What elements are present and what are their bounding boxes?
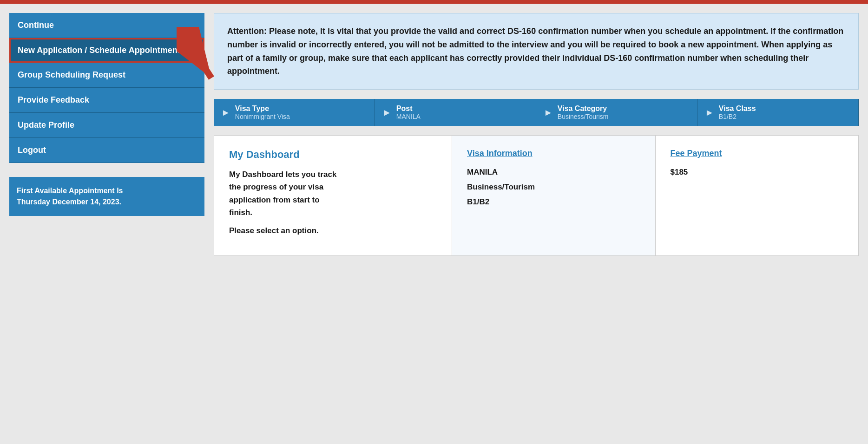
- post-label: Post: [396, 104, 421, 113]
- top-bar: [0, 0, 868, 4]
- step-arrow-icon: ►: [221, 107, 230, 118]
- visa-step-class: ► Visa Class B1/B2: [697, 99, 859, 126]
- main-layout: Continue New Application / Schedule Appo…: [0, 4, 868, 444]
- step-arrow-icon-4: ►: [705, 107, 714, 118]
- visa-category-label: Visa Category: [558, 104, 609, 113]
- dashboard-title: My Dashboard: [229, 149, 437, 161]
- sidebar-item-continue[interactable]: Continue: [9, 13, 204, 38]
- visa-step-type: ► Visa Type Nonimmigrant Visa: [214, 99, 375, 126]
- visa-type-label: Visa Type: [235, 104, 290, 113]
- dashboard-middle: Visa Information MANILA Business/Tourism…: [452, 136, 656, 255]
- sidebar-appointment-info: First Available Appointment Is Thursday …: [9, 177, 204, 216]
- attention-text: Attention: Please note, it is vital that…: [227, 26, 843, 76]
- visa-step-category: ► Visa Category Business/Tourism: [536, 99, 697, 126]
- visa-class-label: Visa Class: [719, 104, 756, 113]
- visa-information-link[interactable]: Visa Information: [467, 149, 640, 158]
- sidebar-item-new-application[interactable]: New Application / Schedule Appointment: [9, 38, 204, 63]
- dashboard-description: My Dashboard lets you track the progress…: [229, 168, 437, 219]
- visa-type-value: Nonimmigrant Visa: [235, 113, 290, 120]
- dashboard-left: My Dashboard My Dashboard lets you track…: [214, 136, 452, 255]
- appointment-info-line2: Thursday December 14, 2023.: [17, 198, 121, 206]
- post-value: MANILA: [396, 113, 421, 120]
- visa-class-value: B1/B2: [719, 113, 756, 120]
- attention-box: Attention: Please note, it is vital that…: [214, 13, 859, 90]
- sidebar: Continue New Application / Schedule Appo…: [9, 13, 204, 435]
- main-content: Attention: Please note, it is vital that…: [214, 13, 859, 435]
- dashboard-right: Fee Payment $185: [656, 136, 859, 255]
- sidebar-item-group-scheduling[interactable]: Group Scheduling Request: [9, 63, 204, 88]
- sidebar-item-logout[interactable]: Logout: [9, 138, 204, 163]
- visa-info-class: B1/B2: [467, 197, 640, 207]
- attention-wrapper: Attention: Please note, it is vital that…: [214, 13, 859, 90]
- appointment-info-line1: First Available Appointment Is: [17, 187, 123, 195]
- fee-payment-link[interactable]: Fee Payment: [671, 149, 844, 158]
- visa-info-category: Business/Tourism: [467, 183, 640, 192]
- sidebar-item-provide-feedback[interactable]: Provide Feedback: [9, 88, 204, 113]
- visa-category-value: Business/Tourism: [558, 113, 609, 120]
- visa-step-post: ► Post MANILA: [375, 99, 536, 126]
- step-arrow-icon-3: ►: [544, 107, 553, 118]
- dashboard-select-option: Please select an option.: [229, 224, 437, 237]
- sidebar-item-update-profile[interactable]: Update Profile: [9, 113, 204, 138]
- sidebar-menu: Continue New Application / Schedule Appo…: [9, 13, 204, 163]
- step-arrow-icon-2: ►: [382, 107, 392, 118]
- visa-info-post: MANILA: [467, 168, 640, 177]
- dashboard-section: My Dashboard My Dashboard lets you track…: [214, 135, 859, 256]
- visa-steps-bar: ► Visa Type Nonimmigrant Visa ► Post MAN…: [214, 99, 859, 126]
- fee-amount: $185: [671, 168, 844, 177]
